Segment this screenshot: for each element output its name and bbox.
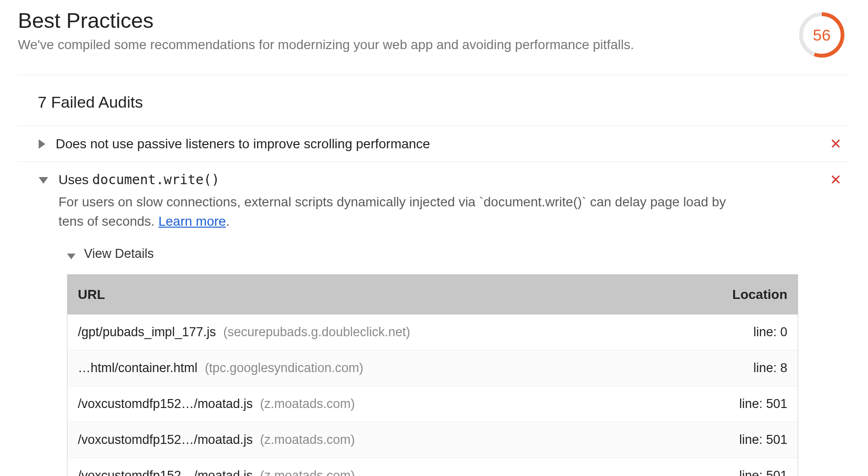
url-path: /voxcustomdfp152…/moatad.js — [78, 397, 253, 411]
fail-icon: ✕ — [826, 137, 845, 151]
url-host: (tpc.googlesyndication.com) — [205, 361, 363, 375]
failed-audits-heading: 7 Failed Audits — [18, 75, 850, 126]
chevron-down-icon — [67, 254, 75, 259]
url-path: …html/container.html — [78, 361, 198, 375]
page-title: Best Practices — [18, 8, 798, 33]
table-header: URL Location — [67, 274, 798, 314]
audit-title-code: document.write() — [92, 172, 220, 187]
audit-description: For users on slow connections, external … — [58, 193, 733, 231]
url-path: /voxcustomdfp152…/moatad.js — [78, 468, 253, 476]
col-header-url: URL — [78, 287, 698, 302]
url-location: line: 0 — [698, 325, 787, 340]
audit-title: Does not use passive listeners to improv… — [56, 135, 826, 153]
chevron-down-icon — [39, 177, 48, 184]
audit-row[interactable]: Does not use passive listeners to improv… — [18, 126, 850, 162]
table-row: /voxcustomdfp152…/moatad.js (z.moatads.c… — [67, 386, 798, 422]
view-details-label: View Details — [84, 246, 154, 261]
view-details-toggle[interactable]: View Details — [58, 231, 845, 272]
audit-title-text: Uses — [58, 172, 92, 187]
audit-title: Uses document.write() — [58, 170, 826, 189]
table-row: …html/container.html (tpc.googlesyndicat… — [67, 350, 798, 386]
header: Best Practices We've compiled some recom… — [18, 8, 850, 59]
url-location: line: 8 — [698, 361, 787, 375]
col-header-location: Location — [698, 287, 787, 302]
audit-row[interactable]: Uses document.write() ✕ For users on slo… — [18, 162, 850, 476]
url-host: (z.moatads.com) — [260, 468, 355, 476]
url-location: line: 501 — [698, 433, 787, 447]
url-location: line: 501 — [698, 468, 787, 476]
url-path: /gpt/pubads_impl_177.js — [78, 325, 216, 339]
chevron-right-icon — [39, 139, 45, 149]
url-location: line: 501 — [698, 397, 787, 411]
audit-list: Does not use passive listeners to improv… — [18, 126, 850, 476]
details-table: URL Location /gpt/pubads_impl_177.js (se… — [67, 274, 798, 476]
score-value: 56 — [798, 11, 845, 59]
score-gauge: 56 — [798, 11, 845, 59]
url-host: (z.moatads.com) — [260, 433, 355, 447]
table-row: /voxcustomdfp152…/moatad.js (z.moatads.c… — [67, 422, 798, 458]
learn-more-link[interactable]: Learn more — [159, 214, 226, 229]
table-row: /voxcustomdfp152…/moatad.js (z.moatads.c… — [67, 458, 798, 476]
page-subtitle: We've compiled some recommendations for … — [18, 36, 798, 54]
url-host: (z.moatads.com) — [260, 397, 355, 411]
table-row: /gpt/pubads_impl_177.js (securepubads.g.… — [67, 314, 798, 350]
url-path: /voxcustomdfp152…/moatad.js — [78, 433, 253, 447]
url-host: (securepubads.g.doubleclick.net) — [223, 325, 410, 339]
fail-icon: ✕ — [826, 173, 845, 187]
